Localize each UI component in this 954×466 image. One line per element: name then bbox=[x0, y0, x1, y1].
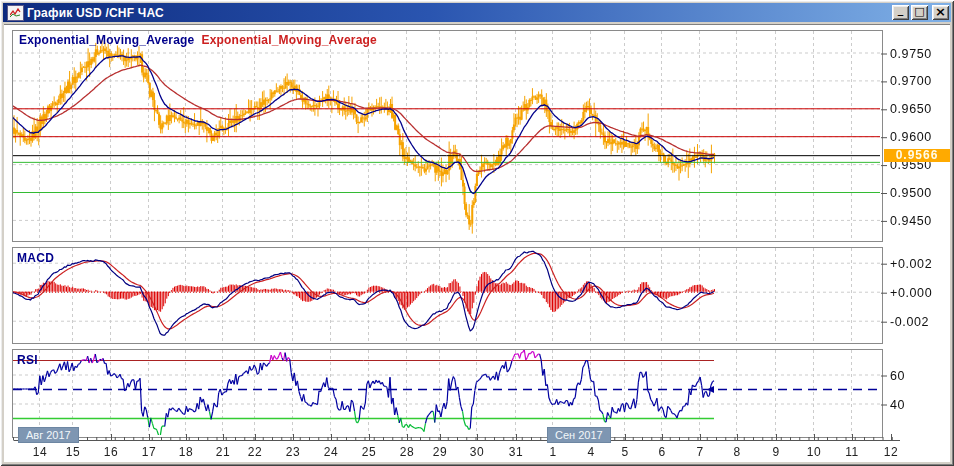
minimize-icon: _ bbox=[898, 3, 904, 16]
macd-label: MACD bbox=[17, 251, 54, 265]
rsi-tick-label: 40 bbox=[890, 398, 905, 412]
rsi-label: RSI bbox=[17, 353, 38, 367]
x-axis-label: 5 bbox=[621, 445, 628, 459]
title-bar[interactable]: График USD /CHF ЧАС _ □ × bbox=[3, 3, 951, 22]
x-axis-label: 10 bbox=[807, 445, 821, 459]
x-axis-label: 11 bbox=[845, 445, 858, 459]
ema-slow-legend: Exponential_Moving_Average bbox=[201, 33, 376, 47]
price-chart-canvas[interactable] bbox=[13, 31, 880, 239]
x-axis-label: 12 bbox=[884, 445, 898, 459]
minimize-button[interactable]: _ bbox=[892, 5, 909, 20]
x-axis-label: 8 bbox=[733, 445, 740, 459]
price-tick-label: 0.9750 bbox=[890, 47, 932, 61]
x-axis-label: 29 bbox=[433, 445, 447, 459]
x-axis-label: 31 bbox=[509, 445, 523, 459]
x-axis-label: 7 bbox=[696, 445, 703, 459]
rsi-tick-label: 60 bbox=[890, 369, 905, 383]
price-tick-label: 0.9700 bbox=[890, 74, 932, 88]
close-button[interactable]: × bbox=[932, 5, 949, 20]
chart-client-area: Exponential_Moving_AverageExponential_Mo… bbox=[4, 24, 950, 462]
x-axis-label: 1 bbox=[549, 445, 556, 459]
rsi-panel[interactable] bbox=[12, 349, 883, 438]
x-axis-label: 25 bbox=[362, 445, 376, 459]
x-axis-label: 4 bbox=[587, 445, 594, 459]
x-axis-label: 28 bbox=[400, 445, 414, 459]
macd-canvas[interactable] bbox=[13, 248, 880, 341]
price-tick-label: 0.9500 bbox=[890, 186, 932, 200]
maximize-icon: □ bbox=[914, 5, 924, 18]
price-tick-label: 0.9600 bbox=[890, 130, 932, 144]
macd-tick-label: +0.002 bbox=[890, 257, 932, 271]
price-tick-label: 0.9450 bbox=[890, 214, 932, 228]
x-axis-label: 6 bbox=[658, 445, 665, 459]
window-title: График USD /CHF ЧАС bbox=[27, 4, 890, 22]
macd-panel[interactable] bbox=[12, 247, 883, 344]
x-axis-label: 9 bbox=[772, 445, 779, 459]
chart-icon bbox=[7, 5, 24, 21]
ema-fast-legend: Exponential_Moving_Average bbox=[19, 33, 194, 47]
macd-tick-label: +0.000 bbox=[890, 286, 932, 300]
x-axis-label: 17 bbox=[142, 445, 156, 459]
macd-tick-label: -0.002 bbox=[890, 315, 929, 329]
x-axis-label: 23 bbox=[286, 445, 300, 459]
close-icon: × bbox=[935, 4, 946, 19]
x-axis-label: 30 bbox=[470, 445, 484, 459]
chart-window: График USD /CHF ЧАС _ □ × Exponential_Mo… bbox=[0, 0, 954, 466]
current-price-badge: 0.9566 bbox=[884, 149, 950, 162]
x-axis-label: 15 bbox=[66, 445, 80, 459]
rsi-canvas[interactable] bbox=[13, 350, 880, 435]
price-chart-panel[interactable] bbox=[12, 30, 883, 242]
maximize-button[interactable]: □ bbox=[911, 5, 928, 20]
x-axis-label: 24 bbox=[324, 445, 338, 459]
x-axis-label: 16 bbox=[104, 445, 118, 459]
price-tick-label: 0.9650 bbox=[890, 102, 932, 116]
indicator-legend: Exponential_Moving_AverageExponential_Mo… bbox=[19, 33, 377, 47]
x-axis-label: 22 bbox=[248, 445, 262, 459]
x-axis-label: 18 bbox=[179, 445, 193, 459]
x-axis-label: 14 bbox=[33, 445, 47, 459]
x-axis-label: 21 bbox=[216, 445, 230, 459]
